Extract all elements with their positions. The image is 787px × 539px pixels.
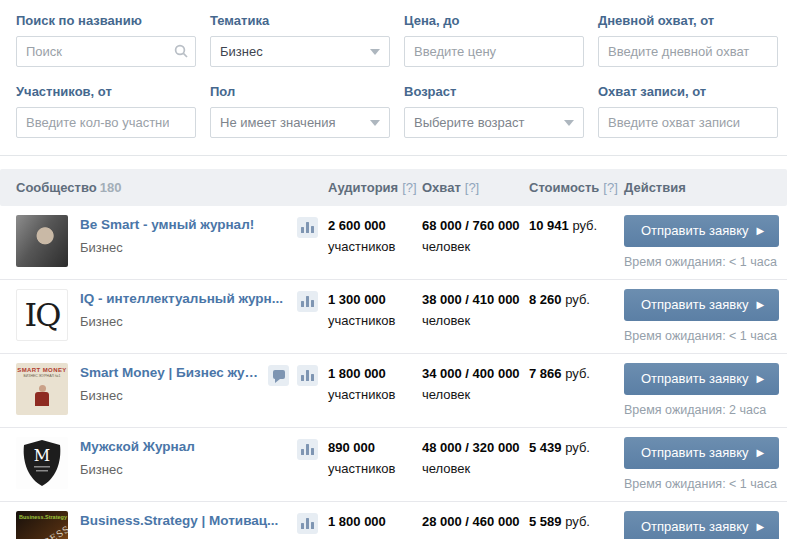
filter-field-price: Цена, до (404, 13, 584, 67)
cost-cell: 10 941 руб. (529, 215, 624, 233)
stats-icon[interactable] (297, 439, 318, 460)
table-row: IQ IQ - интеллектуальный журн... Бизнес … (0, 279, 787, 353)
cost-value: 8 260 руб. (529, 289, 616, 307)
cost-header-label: Стоимость (529, 180, 599, 195)
cost-cell: 5 589 руб. (529, 511, 624, 529)
community-category: Бизнес (80, 314, 289, 329)
communities-list: Сообщество180 Аудитория[?] Охват[?] Стои… (0, 169, 787, 539)
cost-value: 5 439 руб. (529, 437, 616, 455)
age-select[interactable]: Выберите возраст (404, 107, 584, 138)
members-input[interactable] (16, 107, 196, 138)
post-reach-input[interactable] (598, 107, 778, 138)
table-row: Business.Strategy SUCCESS Business.Strat… (0, 501, 787, 539)
avatar-text: Business.Strategy (16, 511, 68, 520)
filter-label-post-reach: Охват записи, от (598, 84, 778, 99)
audience-header-label: Аудитория (328, 180, 398, 195)
table-row: SMART MONEY БИЗНЕС ЖУРНАЛ №1 Smart Money… (0, 353, 787, 427)
reach-unit: человек (422, 313, 521, 328)
stats-icon[interactable] (297, 291, 318, 312)
gender-select[interactable]: Не имеет значения (210, 107, 390, 138)
avatar-subtext: БИЗНЕС ЖУРНАЛ №1 (16, 374, 68, 378)
audience-cell: 2 600 000 участников (328, 215, 422, 254)
reach-value: 68 000 / 760 000 (422, 215, 521, 233)
reach-value: 48 000 / 320 000 (422, 437, 521, 455)
age-select-value: Выберите возраст (414, 115, 564, 130)
wait-time-label: Время ожидания: 2 часа (624, 403, 779, 417)
reach-unit: человек (422, 239, 521, 254)
audience-value: 1 300 000 (328, 289, 414, 307)
community-avatar[interactable] (16, 215, 68, 267)
daily-reach-input[interactable] (598, 36, 778, 67)
filter-label-age: Возраст (404, 84, 584, 99)
audience-help-icon[interactable]: [?] (402, 180, 416, 195)
chevron-down-icon (564, 120, 574, 126)
audience-unit: участников (328, 239, 414, 254)
send-request-button[interactable]: Отправить заявку▶ (624, 363, 779, 395)
cost-cell: 5 439 руб. (529, 437, 624, 455)
stats-icon[interactable] (297, 365, 318, 386)
avatar-subtext: SUCCESS (21, 524, 68, 539)
cost-cell: 7 866 руб. (529, 363, 624, 381)
stats-icon[interactable] (297, 513, 318, 534)
community-category: Бизнес (80, 388, 260, 403)
community-avatar[interactable]: IQ (16, 289, 68, 341)
filter-label-price: Цена, до (404, 13, 584, 28)
community-count: 180 (100, 180, 122, 195)
cost-value: 7 866 руб. (529, 363, 616, 381)
column-header-reach: Охват[?] (422, 180, 529, 195)
community-title-link[interactable]: Smart Money | Бизнес журнал (80, 365, 260, 380)
reach-unit: человек (422, 387, 521, 402)
community-avatar[interactable]: M (16, 437, 68, 489)
wait-time-label: Время ожидания: < 1 часа (624, 477, 779, 491)
audience-value: 1 800 000 (328, 363, 414, 381)
filter-field-age: Возраст Выберите возраст (404, 84, 584, 138)
filter-field-search: Поиск по названию (16, 13, 196, 67)
reach-help-icon[interactable]: [?] (465, 180, 479, 195)
comment-icon[interactable] (268, 365, 289, 386)
filter-field-topic: Тематика Бизнес (210, 13, 390, 67)
community-title-link[interactable]: Business.Strategy | Мотивац... (80, 513, 289, 528)
reach-value: 38 000 / 410 000 (422, 289, 521, 307)
search-input[interactable] (16, 36, 196, 67)
arrow-right-icon: ▶ (757, 448, 765, 458)
reach-cell: 34 000 / 400 000 человек (422, 363, 529, 402)
community-title-link[interactable]: Be Smart - умный журнал! (80, 217, 289, 232)
audience-cell: 890 000 участников (328, 437, 422, 476)
actions-cell: Отправить заявку▶ Время ожидания: < 1 ча… (624, 511, 787, 539)
table-row: M Мужской Журнал Бизнес 890 000 участник… (0, 427, 787, 501)
audience-value: 890 000 (328, 437, 414, 455)
filter-label-topic: Тематика (210, 13, 390, 28)
community-title-link[interactable]: IQ - интеллектуальный журн... (80, 291, 289, 306)
search-icon (174, 44, 188, 58)
reach-cell: 48 000 / 320 000 человек (422, 437, 529, 476)
send-request-button[interactable]: Отправить заявку▶ (624, 289, 779, 321)
chevron-down-icon (370, 120, 380, 126)
column-header-actions: Действия (624, 180, 787, 195)
avatar-figure (35, 392, 49, 406)
community-avatar[interactable]: Business.Strategy SUCCESS (16, 511, 68, 539)
reach-header-label: Охват (422, 180, 461, 195)
stats-icon[interactable] (297, 217, 318, 238)
audience-unit: участников (328, 461, 414, 476)
reach-unit: человек (422, 461, 521, 476)
wait-time-label: Время ожидания: < 1 часа (624, 329, 779, 343)
arrow-right-icon: ▶ (757, 522, 765, 532)
send-request-button[interactable]: Отправить заявку▶ (624, 511, 779, 539)
reach-cell: 28 000 / 460 000 человек (422, 511, 529, 539)
cost-value: 5 589 руб. (529, 511, 616, 529)
price-input[interactable] (404, 36, 584, 67)
community-category: Бизнес (80, 462, 289, 477)
send-request-button[interactable]: Отправить заявку▶ (624, 215, 779, 247)
send-request-button[interactable]: Отправить заявку▶ (624, 437, 779, 469)
table-row: Be Smart - умный журнал! Бизнес 2 600 00… (0, 206, 787, 279)
actions-cell: Отправить заявку▶ Время ожидания: < 1 ча… (624, 437, 787, 491)
topic-select[interactable]: Бизнес (210, 36, 390, 67)
audience-cell: 1 800 000 участников (328, 363, 422, 402)
filter-label-gender: Пол (210, 84, 390, 99)
reach-value: 28 000 / 460 000 (422, 511, 521, 529)
community-title-link[interactable]: Мужской Журнал (80, 439, 289, 454)
community-category: Бизнес (80, 240, 289, 255)
community-avatar[interactable]: SMART MONEY БИЗНЕС ЖУРНАЛ №1 (16, 363, 68, 415)
cost-help-icon[interactable]: [?] (603, 180, 617, 195)
reach-cell: 38 000 / 410 000 человек (422, 289, 529, 328)
